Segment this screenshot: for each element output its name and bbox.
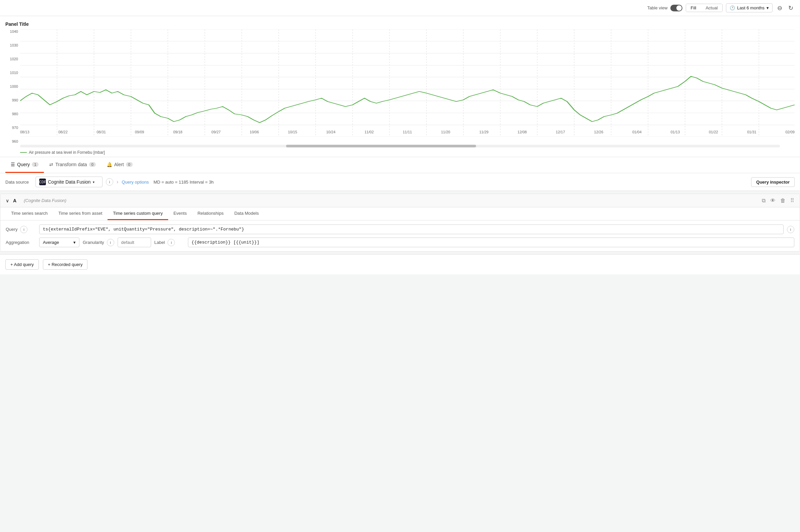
datasource-bar: Data source CDF Cognite Data Fusion ▾ i … [0, 173, 800, 191]
query-tab-label: Query [17, 162, 30, 167]
x-label-0131: 01/31 [747, 130, 757, 134]
top-bar: Table view Fill Actual 🕐 Last 6 months ▾… [0, 0, 800, 16]
zoom-out-button[interactable]: ⊖ [776, 3, 784, 13]
drag-handle-icon[interactable]: ⠿ [790, 197, 794, 204]
x-label-0831: 08/31 [96, 130, 106, 134]
x-label-0209: 02/09 [785, 130, 795, 134]
x-label-0113: 01/13 [671, 130, 680, 134]
query-field-row: Query i i [6, 225, 794, 234]
datasource-label: Data source [5, 179, 32, 185]
query-tab-badge: 1 [32, 162, 39, 167]
aggregation-chevron-icon: ▾ [73, 240, 76, 245]
aggregation-select[interactable]: Average ▾ [39, 238, 79, 247]
recorded-query-button[interactable]: + Recorded query [43, 259, 88, 270]
query-options-meta: MD = auto = 1185 Interval = 3h [153, 179, 214, 185]
x-label-0813: 08/13 [20, 130, 30, 134]
query-options-label: Query options [121, 179, 149, 185]
table-view-switch[interactable] [670, 5, 682, 12]
chart-area: 1040 1030 1020 1010 1000 990 980 970 960 [5, 30, 795, 144]
panel-area: Panel Title 1040 1030 1020 1010 1000 990… [0, 16, 800, 157]
query-block-collapse-icon[interactable]: ∨ [6, 198, 9, 203]
transform-tab-label: Transform data [55, 162, 87, 167]
trash-icon[interactable]: 🗑 [780, 198, 786, 204]
label-info-button[interactable]: i [168, 239, 175, 246]
alert-tab-badge: 0 [126, 162, 133, 167]
sub-tab-time-series-asset[interactable]: Time series from asset [53, 207, 108, 220]
y-label-990: 990 [12, 98, 18, 102]
query-field-label: Query i [6, 226, 36, 233]
eye-icon[interactable]: 👁 [770, 198, 776, 204]
chart-scrollbar[interactable] [20, 145, 780, 147]
query-info-button[interactable]: i [20, 226, 27, 233]
legend-line-color [20, 152, 27, 153]
time-range-button[interactable]: 🕐 Last 6 months ▾ [726, 3, 773, 13]
x-label-1102: 11/02 [364, 130, 374, 134]
query-options-link[interactable]: Query options [121, 179, 149, 185]
x-label-1111: 11/11 [403, 130, 412, 134]
x-label-0918: 09/18 [173, 130, 183, 134]
sub-tab-time-series-custom[interactable]: Time series custom query [108, 207, 168, 220]
query-tabs: ☰ Query 1 ⇄ Transform data 0 🔔 Alert 0 [0, 157, 800, 173]
y-axis: 1040 1030 1020 1010 1000 990 980 970 960 [5, 30, 20, 144]
actual-button[interactable]: Actual [701, 4, 722, 12]
time-range-label: Last 6 months [737, 5, 764, 11]
granularity-input[interactable] [118, 238, 151, 247]
sub-tab-relationships[interactable]: Relationships [192, 207, 229, 220]
query-input[interactable] [39, 225, 784, 234]
scrollbar-thumb[interactable] [286, 145, 476, 147]
label-input[interactable] [188, 238, 794, 247]
alert-tab-label: Alert [114, 162, 124, 167]
add-query-button[interactable]: + Add query [5, 259, 39, 270]
x-axis: 08/13 08/22 08/31 09/09 09/18 09/27 10/0… [20, 130, 795, 134]
table-view-label: Table view [647, 5, 668, 11]
datasource-chevron-icon: ▾ [93, 180, 94, 184]
bottom-bar: + Add query + Recorded query [0, 254, 800, 274]
aggregation-field-row: Aggregation Average ▾ Granularity i Labe… [6, 238, 794, 247]
tab-transform[interactable]: ⇄ Transform data 0 [44, 157, 101, 173]
datasource-select[interactable]: CDF Cognite Data Fusion ▾ [36, 176, 102, 187]
sub-tab-events[interactable]: Events [168, 207, 192, 220]
query-inspector-button[interactable]: Query inspector [751, 177, 795, 187]
grid-lines [20, 30, 795, 137]
datasource-info-button[interactable]: i [106, 178, 113, 186]
chart-container: 1040 1030 1020 1010 1000 990 980 970 960 [5, 30, 795, 157]
query-fields: Query i i Aggregation Average ▾ Granular… [0, 221, 800, 251]
x-label-0104: 01/04 [632, 130, 642, 134]
y-label-1040: 1040 [10, 30, 18, 34]
granularity-label: Granularity i [83, 239, 114, 246]
x-label-1217: 12/17 [556, 130, 565, 134]
tab-query[interactable]: ☰ Query 1 [5, 157, 44, 173]
query-right-info-button[interactable]: i [787, 226, 794, 233]
x-label-1120: 11/20 [441, 130, 450, 134]
fill-actual-group: Fill Actual [686, 4, 723, 12]
y-label-970: 970 [12, 126, 18, 130]
chart-svg [20, 30, 795, 137]
granularity-info-button[interactable]: i [107, 239, 114, 246]
sub-tab-data-models[interactable]: Data Models [229, 207, 264, 220]
table-view-toggle: Table view [647, 5, 682, 12]
aggregation-value: Average [43, 240, 59, 245]
copy-icon[interactable]: ⧉ [762, 198, 765, 204]
query-block-icons: ⧉ 👁 🗑 ⠿ [762, 197, 794, 204]
fill-button[interactable]: Fill [686, 4, 701, 12]
tab-alert[interactable]: 🔔 Alert 0 [101, 157, 138, 173]
sub-tab-time-series-search[interactable]: Time series search [6, 207, 53, 220]
x-label-0122: 01/22 [709, 130, 718, 134]
query-block-header: ∨ A (Cognite Data Fusion) ⧉ 👁 🗑 ⠿ [0, 194, 800, 207]
refresh-button[interactable]: ↻ [787, 3, 795, 13]
y-label-1000: 1000 [10, 84, 18, 89]
y-label-1010: 1010 [10, 71, 18, 75]
query-block-source: (Cognite Data Fusion) [24, 198, 66, 203]
y-label-1020: 1020 [10, 57, 18, 61]
alert-tab-icon: 🔔 [107, 162, 112, 167]
breadcrumb-arrow: › [117, 179, 118, 185]
query-block: ∨ A (Cognite Data Fusion) ⧉ 👁 🗑 ⠿ Time s… [0, 194, 800, 252]
x-label-1015: 10/15 [288, 130, 298, 134]
clock-icon: 🕐 [730, 5, 735, 11]
transform-tab-badge: 0 [89, 162, 96, 167]
x-label-1024: 10/24 [326, 130, 336, 134]
query-sub-tabs: Time series search Time series from asse… [0, 207, 800, 221]
y-label-960: 960 [12, 139, 18, 144]
panel-title: Panel Title [5, 21, 795, 27]
query-tab-icon: ☰ [11, 162, 15, 167]
